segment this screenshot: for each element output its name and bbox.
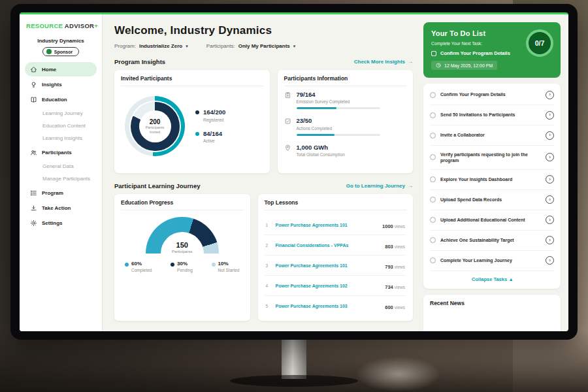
sidebar-item-label: Home: [42, 67, 56, 73]
lesson-views: 600: [385, 304, 393, 310]
chevron-right-icon[interactable]: ›: [546, 153, 554, 161]
task-row-send-invitations[interactable]: Send 50 Invitations to Participants ›: [430, 105, 554, 125]
sidebar-item-insights[interactable]: Insights: [25, 77, 97, 91]
arrow-right-icon: →: [408, 183, 413, 189]
lesson-link[interactable]: Power Purchase Agreements 101: [276, 223, 378, 227]
chevron-right-icon[interactable]: ›: [546, 111, 554, 120]
clock-icon: [436, 63, 441, 68]
chevron-right-icon[interactable]: ›: [546, 175, 554, 184]
lesson-row: 5 Power Purchase Agreements 103 600views: [265, 296, 407, 316]
org-name: Industry Dynamics: [20, 38, 102, 44]
legend-label: Not Started: [218, 268, 240, 272]
card-title: Top Lessons: [265, 199, 407, 210]
lesson-rank: 2: [266, 243, 271, 248]
chevron-right-icon[interactable]: ›: [546, 216, 554, 224]
link-label: Check More Insights: [354, 59, 405, 65]
checkbox-icon[interactable]: [430, 237, 436, 243]
sidebar-item-label: Take Action: [42, 205, 71, 211]
sidebar-item-label: Learning Journey: [42, 110, 83, 116]
sidebar-item-participants[interactable]: Participants: [25, 145, 97, 159]
sidebar-item-education[interactable]: Education: [25, 92, 97, 106]
sidebar-item-label: Program: [42, 190, 63, 196]
progress-bar: [297, 107, 380, 109]
legend-label: Registered: [203, 118, 225, 122]
sidebar-nav: Home Insights Education Learning Journey…: [20, 62, 102, 230]
program-filter-label: Program:: [114, 43, 136, 49]
sidebar-item-label: General Data: [42, 163, 74, 169]
people-icon: [30, 149, 37, 156]
chevron-right-icon[interactable]: ›: [546, 256, 554, 265]
lesson-views-unit: views: [395, 224, 405, 229]
sidebar-item-program[interactable]: Program: [25, 186, 97, 200]
card-title: Invited Participants: [121, 75, 263, 86]
checkbox-icon[interactable]: [430, 92, 436, 98]
lesson-link[interactable]: Power Purchase Agreements 103: [276, 304, 381, 308]
checkbox-icon[interactable]: [430, 257, 436, 263]
sidebar-item-general-data[interactable]: General Data: [20, 160, 102, 172]
lesson-link[interactable]: Financial Considerations - VPPAs: [276, 243, 381, 248]
chevron-right-icon[interactable]: ›: [546, 91, 554, 99]
screen: RESOURCE ADVISOR+ Industry Dynamics Spon…: [20, 12, 568, 331]
checkbox-icon[interactable]: [430, 112, 436, 118]
go-to-learning-journey-link[interactable]: Go to Learning Journey →: [346, 183, 413, 189]
participants-filter-dropdown[interactable]: Participants: Only My Participants ▾: [206, 43, 296, 49]
todo-panel: Your To Do List Complete Your Next Task:…: [422, 14, 568, 331]
stat-label: Actions Completed: [297, 126, 380, 131]
sidebar-item-label: Education Content: [42, 123, 86, 129]
checklist-icon: [284, 118, 291, 125]
list-icon: [30, 189, 37, 197]
legend-item-active: 84/164 Active: [195, 131, 225, 143]
task-label: Verify participants requesting to join t…: [440, 152, 541, 164]
monitor-stand-shadow: [230, 375, 358, 387]
legend-dot: [212, 263, 216, 267]
chevron-right-icon[interactable]: ›: [546, 131, 554, 140]
stat-label: Emission Survey Completed: [297, 99, 380, 104]
collapse-tasks-link[interactable]: Collapse Tasks ▴: [430, 271, 554, 286]
task-row-explore-insights[interactable]: Explore Your Insights Dashboard ›: [430, 170, 554, 190]
progress-bar: [297, 134, 380, 136]
sidebar-item-home[interactable]: Home: [25, 62, 97, 76]
checkbox-icon[interactable]: [430, 197, 436, 203]
checkbox-icon[interactable]: [430, 176, 436, 182]
checkbox-icon[interactable]: [431, 51, 436, 56]
sidebar-item-take-action[interactable]: Take Action: [25, 201, 97, 215]
sidebar-item-settings[interactable]: Settings: [25, 216, 97, 230]
task-row-upload-educational-content[interactable]: Upload Additional Educational Content ›: [430, 210, 554, 231]
legend-value: 84/164: [203, 131, 222, 137]
logo-plus: +: [94, 22, 98, 29]
checkbox-icon[interactable]: [430, 133, 436, 139]
task-row-complete-learning-journey[interactable]: Complete Your Learning Journey ›: [430, 251, 554, 271]
lesson-link[interactable]: Power Purchase Agreements 101: [276, 263, 381, 268]
chevron-right-icon[interactable]: ›: [546, 236, 554, 244]
legend-item-completed: 60% Completed: [125, 261, 152, 272]
emission-survey-stat: 79/164 Emission Survey Completed: [284, 91, 407, 109]
task-row-verify-participants[interactable]: Verify participants requesting to join t…: [430, 146, 554, 170]
checkbox-icon[interactable]: [430, 154, 436, 160]
monitor-stand: [282, 338, 306, 379]
task-row-upload-spend-data[interactable]: Upload Spend Data Records ›: [430, 190, 554, 210]
sidebar-item-learning-journey[interactable]: Learning Journey: [20, 107, 102, 120]
education-progress-gauge-chart: 150 Participants: [146, 217, 219, 253]
legend-dot: [195, 110, 199, 114]
lesson-link[interactable]: Power Purchase Agreements 102: [276, 284, 381, 288]
donut-legend: 164/200 Registered 84/164 Active: [195, 109, 225, 143]
task-row-achieve-sustainability-target[interactable]: Achieve One Sustainability Target ›: [430, 231, 554, 251]
task-row-invite-collaborator[interactable]: Invite a Collaborator ›: [430, 125, 554, 146]
chevron-down-icon: ▾: [186, 44, 188, 49]
check-more-insights-link[interactable]: Check More Insights →: [354, 59, 413, 65]
invited-participants-donut-chart: 200 Participants Invited: [125, 96, 185, 156]
sidebar-item-education-content[interactable]: Education Content: [20, 120, 102, 132]
sidebar-item-manage-participants[interactable]: Manage Participants: [20, 172, 102, 185]
program-filter-dropdown[interactable]: Program: Industrialize Zero ▾: [114, 43, 188, 49]
checkbox-icon[interactable]: [430, 217, 436, 223]
legend-item-registered: 164/200 Registered: [195, 109, 225, 122]
lesson-row: 3 Power Purchase Agreements 101 793views: [265, 255, 407, 276]
task-row-confirm-program[interactable]: Confirm Your Program Details ›: [430, 85, 554, 105]
chevron-right-icon[interactable]: ›: [546, 195, 554, 204]
lesson-rank: 4: [266, 284, 271, 288]
sidebar-item-learning-insights[interactable]: Learning Insights: [20, 132, 102, 144]
background-light-patch: [356, 356, 441, 392]
task-label: Complete Your Learning Journey: [440, 257, 541, 263]
legend-dot: [125, 263, 129, 267]
education-progress-card: Education Progress 150 Participants 60% …: [114, 194, 250, 321]
